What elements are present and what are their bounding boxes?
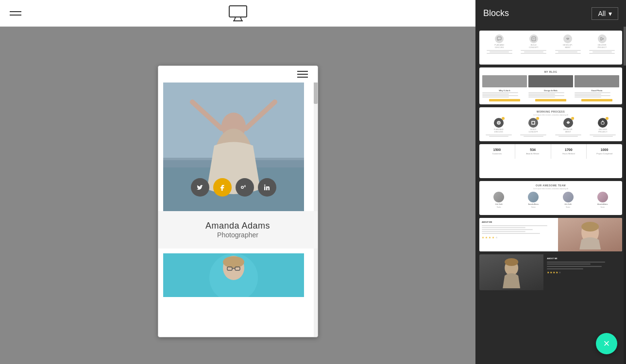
thumb-process-item: DEVELOP-MENT — [552, 34, 584, 54]
thumb-working-item: BUILDCONCEPT — [517, 118, 550, 137]
top-bar — [0, 0, 475, 27]
mobile-second-card — [163, 253, 304, 297]
svg-marker-24 — [601, 37, 604, 40]
thumb-dev-icon — [563, 34, 572, 43]
fab-close-icon: × — [604, 337, 610, 350]
team-avatar-3 — [563, 192, 574, 202]
team-member-1: John Smith Studio — [482, 192, 515, 208]
thumb-blog-card: Why I Like It — [482, 89, 527, 101]
thumb-discuss-icon — [495, 34, 504, 43]
block-thumb-blog[interactable]: MY BLOG Why I Like It Design In Web — [479, 67, 622, 104]
about-title: ABOUT ME — [482, 221, 555, 223]
stat-hours-val: 1700 — [565, 148, 573, 151]
sidebar-scrollbar-thumb — [624, 27, 626, 66]
stat-awards: 534 Awards Winner — [515, 144, 551, 159]
thumb-working-icon2 — [528, 118, 538, 128]
thumb-build-label: BUILDCONCEPT — [529, 44, 539, 49]
thumb-plan-label: PLAN ANDDISCUSS — [494, 44, 504, 49]
stat-projects-label: Project Completed — [596, 152, 612, 155]
thumb-working-icon1 — [494, 118, 504, 128]
thumb-dev-label: DEVELOP-MENT — [563, 44, 573, 49]
stats-row: 1500 Customers 534 Awards Winner 1700 Ho… — [479, 144, 622, 159]
team-avatar-2 — [528, 192, 539, 202]
thumb-blog-img3 — [575, 75, 619, 87]
thumb-blog-btn — [489, 99, 520, 101]
mobile-hero-image — [163, 83, 304, 211]
thumb-working-title: WORKING PROCESS — [482, 110, 619, 113]
block-thumb-team[interactable]: OUR AWESOME TEAM Lorem ipsum dolor sit a… — [479, 181, 622, 215]
thumb-working-item: DELIVERPROJECT — [587, 118, 620, 137]
mobile-content: Amanda Adams Photographer — [158, 66, 318, 337]
block-thumb-dark-about[interactable]: ABOUT ME — [479, 254, 622, 290]
mobile-preview-frame[interactable]: Amanda Adams Photographer — [158, 66, 318, 337]
thumb-build-icon — [529, 34, 538, 43]
thumb-working-item: PLAN ANDDISCUSS — [482, 118, 515, 137]
thumb-process-item: PLAN ANDDISCUSS — [483, 34, 516, 54]
sidebar-scrollbar — [624, 27, 626, 364]
svg-rect-20 — [497, 37, 501, 40]
thumb-blog-btn — [535, 99, 566, 101]
google-plus-button[interactable] — [236, 178, 254, 197]
team-member-2: Amanda Adams Senior — [517, 192, 550, 208]
dark-about-image — [479, 254, 543, 290]
thumb-deliver-icon — [598, 34, 607, 43]
about-image-area — [558, 218, 622, 251]
thumb-team-subtitle: Lorem ipsum dolor sit amet, consectetur … — [482, 188, 619, 190]
filter-label: All — [598, 10, 606, 17]
thumb-deliver-label: DELIVERPROJECT — [597, 44, 607, 49]
svg-point-31 — [581, 222, 599, 232]
stat-awards-val: 534 — [530, 148, 536, 151]
team-member-3: John Smith Senior — [552, 192, 585, 208]
profile-title: Photographer — [163, 231, 313, 239]
thumb-blog-card: Design In Web — [528, 89, 573, 101]
dark-about-title: ABOUT ME — [547, 257, 620, 260]
hamburger-menu[interactable] — [10, 11, 21, 16]
block-thumb-working-process[interactable]: WORKING PROCESS Lorem ipsum dolor sit am… — [479, 107, 622, 141]
stat-projects: 1000 Project Completed — [587, 144, 622, 159]
fab-close-button[interactable]: × — [596, 333, 617, 354]
thumb-process-item: DELIVERPROJECT — [586, 34, 619, 54]
linkedin-button[interactable] — [258, 178, 276, 197]
thumb-working-item: DEVELOP-MENT — [552, 118, 585, 137]
sidebar-title: Blocks — [483, 8, 509, 18]
main-canvas-area: Amanda Adams Photographer — [0, 0, 475, 364]
profile-name: Amanda Adams — [163, 221, 313, 231]
thumb-team-title: OUR AWESOME TEAM — [482, 184, 619, 187]
thumb-blog-title: MY BLOG — [482, 70, 619, 73]
social-icons-bar — [191, 178, 276, 197]
thumb-blog-img1 — [482, 75, 527, 87]
team-member-name-2: Amanda Adams — [528, 203, 539, 205]
svg-rect-29 — [601, 122, 604, 124]
dark-about-text: ABOUT ME — [544, 254, 622, 290]
svg-point-33 — [505, 258, 518, 266]
team-member-name-4: Amanda Adams — [597, 203, 608, 205]
sidebar-header: Blocks All ▾ — [475, 0, 626, 27]
block-thumb-process[interactable]: PLAN ANDDISCUSS BUILDCONCEPT — [479, 31, 622, 65]
dark-about-stars — [547, 271, 620, 274]
stat-awards-label: Awards Winner — [526, 152, 540, 155]
blocks-list: PLAN ANDDISCUSS BUILDCONCEPT — [475, 27, 626, 364]
block-thumb-stats[interactable]: 1500 Customers 534 Awards Winner 1700 Ho… — [479, 144, 622, 178]
mobile-profile-section: Amanda Adams Photographer — [158, 211, 318, 248]
facebook-button[interactable] — [213, 178, 232, 197]
filter-dropdown[interactable]: All ▾ — [592, 7, 618, 20]
team-member-name-1: John Smith — [495, 203, 503, 205]
team-member-role-1: Studio — [497, 206, 501, 208]
team-member-role-3: Senior — [566, 206, 570, 208]
svg-rect-0 — [229, 6, 247, 17]
team-members-row: John Smith Studio Amanda Adams Senior — [482, 192, 619, 208]
team-member-4: Amanda Adams Senior — [586, 192, 619, 208]
thumb-process-item: BUILDCONCEPT — [518, 34, 550, 54]
block-thumb-about[interactable]: ABOUT ME — [479, 218, 622, 251]
team-avatar-4 — [597, 192, 608, 202]
team-member-name-3: John Smith — [564, 203, 572, 205]
monitor-icon — [228, 5, 248, 22]
team-member-role-2: Senior — [531, 206, 536, 208]
canvas-area: Amanda Adams Photographer — [0, 27, 475, 364]
stat-customers-val: 1500 — [493, 148, 501, 151]
twitter-button[interactable] — [191, 178, 209, 197]
svg-rect-28 — [532, 121, 535, 124]
svg-point-12 — [264, 184, 266, 186]
svg-line-1 — [234, 17, 236, 21]
thumb-blog-btn — [581, 99, 612, 101]
